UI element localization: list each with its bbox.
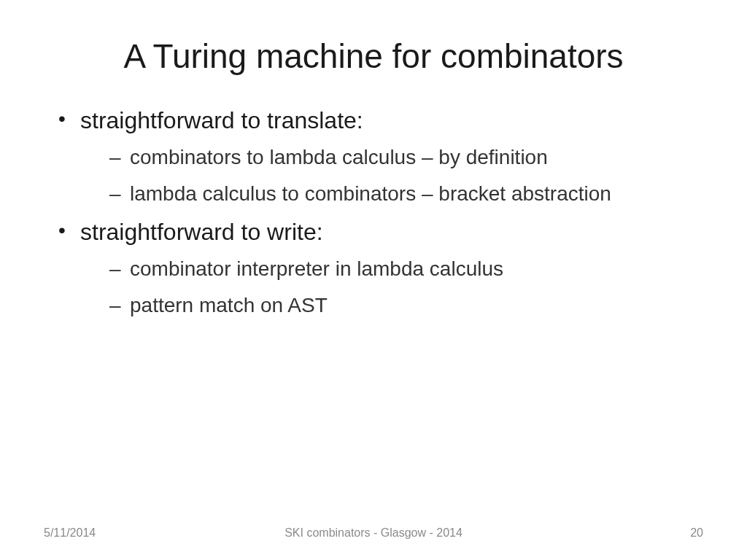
slide: A Turing machine for combinators straigh… bbox=[0, 0, 747, 560]
sub-bullet-text: combinators to lambda calculus – by defi… bbox=[130, 146, 548, 168]
bullet-item: straightforward to translate: combinator… bbox=[58, 105, 703, 208]
sub-bullet-text: combinator interpreter in lambda calculu… bbox=[130, 257, 503, 280]
bullet-text: straightforward to translate: bbox=[80, 107, 363, 133]
bullet-item: straightforward to write: combinator int… bbox=[58, 217, 703, 319]
footer-date: 5/11/2014 bbox=[44, 526, 96, 540]
sub-bullet-item: lambda calculus to combinators – bracket… bbox=[109, 180, 703, 208]
sub-bullet-text: pattern match on AST bbox=[130, 294, 328, 316]
bullet-list: straightforward to translate: combinator… bbox=[44, 105, 703, 319]
slide-footer: 5/11/2014 SKI combinators - Glasgow - 20… bbox=[0, 526, 747, 540]
sub-bullet-item: combinators to lambda calculus – by defi… bbox=[109, 144, 703, 171]
footer-title: SKI combinators - Glasgow - 2014 bbox=[285, 526, 462, 540]
slide-title: A Turing machine for combinators bbox=[44, 36, 703, 76]
slide-content: straightforward to translate: combinator… bbox=[44, 105, 703, 531]
sub-bullet-text: lambda calculus to combinators – bracket… bbox=[130, 182, 611, 205]
footer-page-number: 20 bbox=[690, 526, 703, 540]
sub-bullet-item: pattern match on AST bbox=[109, 292, 703, 319]
sub-bullet-item: combinator interpreter in lambda calculu… bbox=[109, 255, 703, 283]
sub-bullet-list: combinators to lambda calculus – by defi… bbox=[80, 144, 703, 208]
sub-bullet-list: combinator interpreter in lambda calculu… bbox=[80, 255, 703, 319]
bullet-text: straightforward to write: bbox=[80, 219, 323, 245]
